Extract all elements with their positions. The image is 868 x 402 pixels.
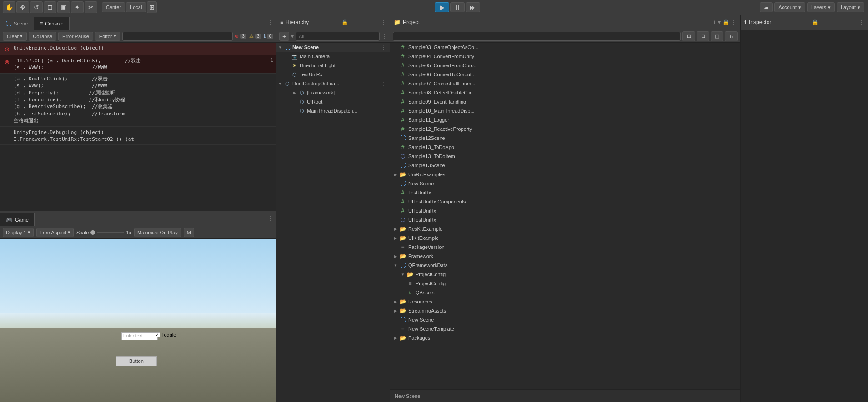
hier-item-framework[interactable]: ⬡ [Framework] (276, 88, 390, 97)
scale-tool[interactable]: ⊡ (44, 1, 56, 13)
project-view-btn1[interactable]: ⊞ (682, 31, 695, 41)
game-panel-menu[interactable]: ⋮ (266, 214, 274, 223)
inspector-lock-icon[interactable]: 🔒 (812, 19, 818, 25)
pause-button[interactable]: ⏸ (450, 2, 465, 12)
proj-item[interactable]: # UITestUniRx (390, 206, 740, 215)
project-menu-icon[interactable]: ⋮ (731, 19, 737, 25)
hier-expand-dontdestroy[interactable] (276, 79, 284, 88)
proj-item-new-scene2[interactable]: ⛶ New Scene (390, 315, 740, 324)
proj-item-uikitexample[interactable]: 📂 UIKitExample (390, 233, 740, 243)
tab-console[interactable]: ≡ Console (34, 17, 69, 30)
layout-dropdown[interactable]: Layout ▾ (837, 2, 864, 12)
layers-dropdown[interactable]: Layers ▾ (807, 2, 835, 12)
hier-item-directional-light[interactable]: ☀ Directional Light (276, 61, 390, 70)
project-view-btn2[interactable]: ⊟ (697, 31, 709, 41)
proj-item-new-scene-template[interactable]: ≡ New SceneTemplate (390, 324, 740, 333)
grid-toggle[interactable]: ⊞ (147, 1, 157, 13)
proj-expand-qframework[interactable] (392, 261, 399, 270)
move-tool[interactable]: ✥ (16, 1, 29, 13)
rotate-tool[interactable]: ↺ (30, 1, 43, 13)
hierarchy-toolbar-menu[interactable]: ⋮ (381, 33, 387, 40)
project-view-btn3[interactable]: ◫ (711, 31, 723, 41)
inspector-menu-icon[interactable]: ⋮ (859, 19, 864, 25)
proj-item[interactable]: # Sample04_ConvertFromUnity (390, 52, 740, 61)
proj-item[interactable]: # Sample12_ReactiveProperty (390, 124, 740, 134)
proj-item-packageversion[interactable]: ≡ PackageVersion (390, 243, 740, 252)
proj-item-resources[interactable]: 📂 Resources (390, 297, 740, 306)
proj-item[interactable]: # Sample11_Logger (390, 115, 740, 124)
hierarchy-search-input[interactable] (296, 32, 380, 41)
account-dropdown[interactable]: Account ▾ (774, 2, 805, 12)
console-entry[interactable]: ⊘ UnityEngine.Debug:Log (object) (0, 43, 276, 55)
hierarchy-content[interactable]: ⛶ New Scene ⋮ 📷 Main Camera ☀ Directiona… (276, 43, 390, 402)
proj-item-new-scene[interactable]: ⛶ New Scene (390, 179, 740, 188)
hier-item-mainthreaddispatch[interactable]: ⬡ MainThreadDispatch... (276, 106, 390, 115)
step-button[interactable]: ⏭ (466, 2, 480, 12)
local-toggle[interactable]: Local (126, 2, 146, 12)
proj-expand-uikit[interactable] (392, 233, 399, 243)
proj-expand-streaming[interactable] (392, 306, 399, 315)
project-add-button[interactable]: + (713, 19, 716, 25)
project-add-chevron[interactable]: ▾ (718, 19, 721, 25)
proj-item-streamingassets[interactable]: 📂 StreamingAssets (390, 306, 740, 315)
proj-item[interactable]: ⛶ Sample13Scene (390, 161, 740, 170)
project-lock-icon[interactable]: 🔒 (722, 19, 729, 25)
console-panel-menu[interactable]: ⋮ (266, 18, 274, 26)
proj-item[interactable]: ⛶ Sample12Scene (390, 134, 740, 143)
transform-tool[interactable]: ✦ (71, 1, 84, 13)
tab-scene[interactable]: ⛶ Scene (0, 17, 34, 30)
proj-item-unirx-examples[interactable]: 📂 UniRx.Examples (390, 170, 740, 179)
proj-item[interactable]: # Sample06_ConvertToCorout... (390, 70, 740, 79)
hier-dontdestroy-menu[interactable]: ⋮ (380, 80, 387, 87)
proj-item[interactable]: ⬡ Sample13_ToDoItem (390, 152, 740, 161)
proj-expand-resources[interactable] (392, 297, 399, 306)
hier-expand-framework[interactable] (291, 88, 298, 97)
console-entry[interactable]: (a , DoubleClick); //双击 (s , WWW); //WWW… (0, 74, 276, 127)
proj-item[interactable]: # Sample08_DetectDoubleClic... (390, 88, 740, 97)
error-pause-button[interactable]: Error Pause (58, 32, 93, 41)
editor-button[interactable]: Editor ▾ (95, 32, 120, 41)
hand-tool[interactable]: ✋ (3, 1, 15, 13)
center-toggle[interactable]: Center (102, 2, 125, 12)
proj-item[interactable]: # Sample03_GameObjectAsOb... (390, 43, 740, 52)
hierarchy-menu-icon[interactable]: ⋮ (381, 19, 386, 25)
console-content[interactable]: ⊘ UnityEngine.Debug:Log (object) ⊗ [18:5… (0, 43, 276, 211)
proj-expand-projectconfig[interactable] (399, 270, 406, 279)
proj-item[interactable]: # TestUniRx (390, 188, 740, 197)
hier-add-chevron-icon[interactable]: ▾ (291, 33, 294, 40)
display-dropdown[interactable]: Display 1 ▾ (3, 228, 34, 237)
proj-item-reskitexample[interactable]: 📂 ResKitExample (390, 224, 740, 233)
proj-expand-reskit[interactable] (392, 224, 399, 233)
proj-item[interactable]: # UITestUniRx.Components (390, 197, 740, 206)
play-button[interactable]: ▶ (435, 2, 449, 12)
console-search-input[interactable] (122, 32, 233, 41)
console-entry[interactable]: UnityEngine.Debug:Log (object) I.Framewo… (0, 127, 276, 145)
project-content[interactable]: # Sample03_GameObjectAsOb... # Sample04_… (390, 43, 740, 389)
maximize-on-play-btn[interactable]: Maximize On Play (134, 228, 181, 237)
project-search-input[interactable] (393, 32, 681, 41)
collapse-button[interactable]: Collapse (29, 32, 56, 41)
hier-item-testuniRx[interactable]: ⬡ TestUniRx (276, 70, 390, 79)
hier-scene-root[interactable]: ⛶ New Scene ⋮ (276, 43, 390, 52)
hier-scene-menu[interactable]: ⋮ (380, 44, 387, 51)
aspect-dropdown[interactable]: Free Aspect ▾ (36, 228, 74, 237)
scale-slider[interactable] (97, 232, 124, 233)
proj-item[interactable]: # Sample09_EventHandling (390, 97, 740, 106)
custom-tool[interactable]: ✂ (85, 1, 97, 13)
proj-item-qassets[interactable]: # QAssets (390, 288, 740, 297)
proj-item-framework[interactable]: 📂 Framework (390, 252, 740, 261)
proj-item[interactable]: # Sample07_OrchestratlEnum... (390, 79, 740, 88)
proj-item-projectconfig-file[interactable]: ≡ ProjectConfig (390, 279, 740, 288)
proj-item[interactable]: # Sample13_ToDoApp (390, 143, 740, 152)
tab-game[interactable]: 🎮 Game (0, 213, 35, 226)
proj-item-qframeworkdata[interactable]: ⛶ QFrameworkData (390, 261, 740, 270)
proj-item[interactable]: # Sample05_ConvertFromCoro... (390, 61, 740, 70)
hier-item-uiroot[interactable]: ⬡ UIRoot (276, 97, 390, 106)
rect-tool[interactable]: ▣ (57, 1, 70, 13)
hier-item-main-camera[interactable]: 📷 Main Camera (276, 52, 390, 61)
hierarchy-lock-icon[interactable]: 🔒 (341, 19, 348, 25)
mute-button[interactable]: M (184, 228, 194, 237)
hier-expand-scene[interactable] (276, 43, 284, 52)
hierarchy-add-button[interactable]: + (279, 32, 289, 41)
proj-item-packages[interactable]: 📂 Packages (390, 333, 740, 342)
